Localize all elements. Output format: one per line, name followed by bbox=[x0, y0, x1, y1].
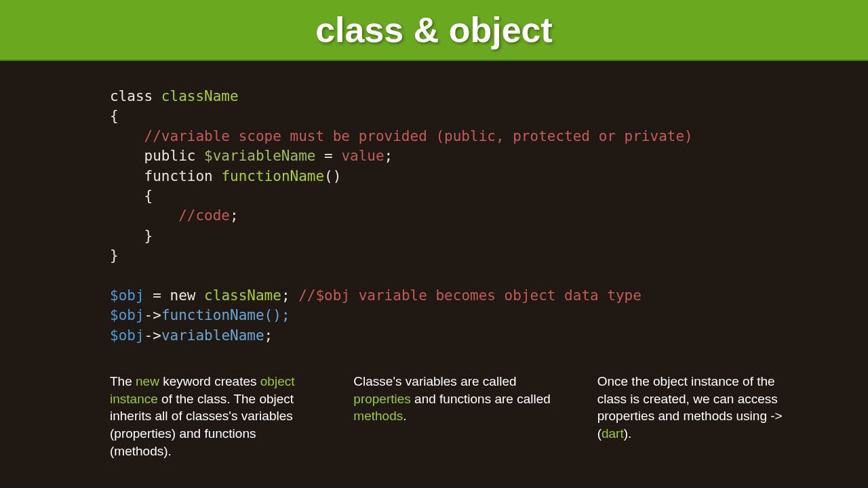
fn-brace-open: { bbox=[110, 188, 153, 204]
semi: ; bbox=[281, 287, 298, 304]
text: and functions are called bbox=[411, 392, 551, 406]
eq: = bbox=[144, 287, 170, 304]
brace-open: { bbox=[110, 108, 119, 124]
arrow-op: -> bbox=[144, 307, 161, 323]
text: ). bbox=[624, 426, 632, 441]
semi: ; bbox=[264, 327, 273, 344]
class-name-ref: className bbox=[204, 287, 281, 304]
keyword-class: class bbox=[110, 88, 161, 104]
variable-name: $variableName bbox=[204, 148, 315, 164]
slide-title: class & object bbox=[315, 9, 553, 50]
comment-code: //code bbox=[178, 207, 230, 224]
highlight-dart: dart bbox=[601, 426, 624, 441]
obj-var: $obj bbox=[110, 327, 144, 344]
comment-scope: //variable scope must be provided (publi… bbox=[110, 128, 693, 144]
highlight-properties: properties bbox=[353, 392, 411, 406]
arrow-op: -> bbox=[144, 327, 161, 344]
brace-close: } bbox=[110, 247, 119, 264]
description-columns: The new keyword creates object instance … bbox=[0, 346, 868, 460]
slide-header: class & object bbox=[0, 0, 868, 61]
text: The bbox=[110, 374, 136, 388]
function-name: functionName bbox=[221, 168, 324, 184]
indent bbox=[110, 207, 178, 224]
highlight-new: new bbox=[136, 374, 159, 388]
kw-new: new bbox=[170, 287, 205, 304]
text: keyword creates bbox=[159, 374, 260, 388]
semi: ; bbox=[230, 207, 239, 224]
kw-function: function bbox=[110, 168, 221, 184]
semi: ; bbox=[384, 148, 393, 164]
fn-brace-close: } bbox=[110, 228, 153, 244]
eq: = bbox=[315, 148, 341, 164]
column-1: The new keyword creates object instance … bbox=[110, 373, 313, 460]
column-2: Classe's variables are called properties… bbox=[353, 373, 556, 460]
comment-obj: //$obj variable becomes object data type bbox=[298, 287, 642, 304]
method-call: functionName(); bbox=[161, 307, 290, 323]
parens: () bbox=[324, 168, 341, 184]
value-literal: value bbox=[341, 148, 384, 164]
text: . bbox=[403, 409, 406, 423]
column-3: Once the object instance of the class is… bbox=[597, 373, 800, 460]
obj-var: $obj bbox=[110, 287, 144, 304]
member-access: variableName bbox=[161, 327, 264, 344]
obj-var: $obj bbox=[110, 307, 144, 323]
kw-public: public bbox=[110, 148, 204, 164]
class-name: className bbox=[161, 88, 239, 104]
code-block: class className { //variable scope must … bbox=[0, 61, 868, 346]
text: Classe's variables are called bbox=[353, 374, 516, 388]
highlight-methods: methods bbox=[353, 409, 403, 423]
